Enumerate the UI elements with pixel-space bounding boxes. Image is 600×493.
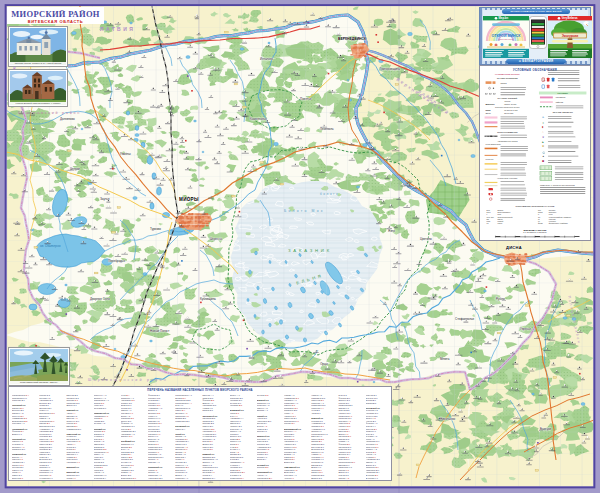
svg-text:болото: болото [320, 192, 339, 196]
svg-text:Николаёво: Николаёво [440, 417, 455, 421]
svg-text:VeryBelarus: VeryBelarus [561, 16, 578, 20]
svg-text:Язно: Язно [486, 109, 492, 111]
svg-text:Местные:: Местные: [486, 158, 495, 160]
svg-text:✚: ✚ [542, 145, 544, 148]
svg-text:НАСЕЛЕННЫЕ ПУНКТЫ: НАСЕЛЕННЫЕ ПУНКТЫ [495, 73, 519, 75]
svg-text:Орцы: Орцы [320, 362, 328, 366]
svg-text:Узмёны: Узмёны [120, 152, 131, 156]
svg-text:фермерское хозяйство: фермерское хозяйство [549, 222, 568, 224]
svg-text:менее 500: менее 500 [504, 112, 513, 114]
svg-text:ЗАКАЗНИК: ЗАКАЗНИК [288, 248, 332, 253]
svg-text:Барсуки: Барсуки [540, 427, 552, 431]
svg-text:Григоровщина: Григоровщина [380, 67, 400, 71]
svg-text:Чепуки: Чепуки [70, 167, 80, 171]
svg-text:ПО ТИПУ ПОСЕЛЕНИЯ: ПО ТИПУ ПОСЕЛЕНИЯ [497, 77, 518, 79]
svg-text:Города: Города [504, 99, 510, 101]
svg-text:Стефанполье: Стефанполье [455, 317, 475, 321]
svg-text:Map.bn: Map.bn [498, 16, 508, 20]
svg-text:M: M [544, 79, 546, 81]
svg-text:от 500 до 1 000: от 500 до 1 000 [504, 109, 517, 111]
svg-text:МИОРЫ: МИОРЫ [486, 103, 496, 105]
svg-text:Турково: Турково [150, 227, 161, 231]
svg-text:Черессы: Черессы [210, 237, 222, 241]
svg-text:Города: Города [500, 81, 507, 83]
svg-text:свыше 10 000: свыше 10 000 [504, 103, 516, 105]
svg-text:озеро: озеро [497, 222, 502, 224]
svg-text:ПУТИ СООБЩЕНИЯ: ПУТИ СООБЩЕНИЯ [497, 130, 518, 132]
svg-text:Рубеж: Рубеж [496, 297, 505, 301]
svg-text:Долгиново: Долгиново [60, 117, 75, 121]
svg-text:Шарковщинский район: Шарковщинский район [88, 378, 168, 382]
svg-text:Язно: Язно [388, 229, 395, 233]
svg-text:МИОРЫ: МИОРЫ [179, 197, 199, 202]
svg-text:государств: государств [556, 96, 565, 98]
svg-text:Заутье: Заутье [100, 197, 110, 201]
svg-text:районов: районов [556, 100, 563, 102]
svg-text:ферм.: ферм. [538, 222, 544, 224]
svg-text:Перебродье: Перебродье [108, 259, 125, 263]
svg-text:Примечание. 1. Проезд по лесны: Примечание. 1. Проезд по лесным дорогам [540, 184, 576, 186]
svg-text:карта для детей: карта для детей [498, 37, 513, 39]
svg-text:УСЛОВНЫЕ ОБОЗНАЧЕНИЯ: УСЛОВНЫЕ ОБОЗНАЧЕНИЯ [513, 67, 557, 71]
svg-text:Узречье: Узречье [520, 327, 531, 331]
svg-text:Орцы: Орцы [486, 112, 492, 114]
svg-text:На подъездах к городам:: На подъездах к городам: [497, 177, 518, 179]
svg-text:⚘: ⚘ [542, 121, 544, 124]
svg-text:Цветино: Цветино [420, 237, 432, 241]
svg-text:Повятье: Повятье [300, 97, 312, 101]
svg-text:Болото Мох: Болото Мох [284, 209, 325, 213]
svg-text:✈: ✈ [542, 116, 544, 119]
svg-text:Браславский район: Браславский район [18, 111, 81, 115]
svg-text:Автомобильные дороги: Автомобильные дороги [497, 139, 517, 141]
svg-text:Каменполье: Каменполье [250, 117, 267, 121]
svg-text:Игналово: Игналово [260, 57, 274, 61]
svg-text:Сельские населенные пункты: Сельские населенные пункты [495, 106, 520, 108]
svg-text:Кублищина: Кублищина [200, 297, 216, 301]
svg-text:Экскурсии: Экскурсии [561, 33, 578, 37]
svg-text:ГРАНИЦЫ: ГРАНИЦЫ [558, 91, 568, 93]
svg-text:Республиканские:: Республиканские: [486, 142, 502, 144]
svg-text:ДИСНА: ДИСНА [506, 245, 522, 250]
svg-text:ЛАТВИЯ: ЛАТВИЯ [100, 26, 135, 32]
svg-text:в 1 сантиметре 1 километр: в 1 сантиметре 1 километр [523, 231, 546, 233]
svg-text:ПРОЧИЕ ОБЪЕКТЫ: ПРОЧИЕ ОБЪЕКТЫ [553, 110, 573, 112]
svg-text:ВЕРХНЕДВИНСК: ВЕРХНЕДВИНСК [338, 37, 367, 41]
svg-text:Мнюта: Мнюта [440, 357, 450, 361]
svg-text:Дворное Село: Дворное Село [90, 297, 110, 301]
svg-text:оз. Обстерно: оз. Обстерно [40, 244, 61, 248]
svg-text:Новый Погост: Новый Погост [150, 329, 170, 333]
svg-text:Леонполь: Леонполь [320, 127, 334, 131]
